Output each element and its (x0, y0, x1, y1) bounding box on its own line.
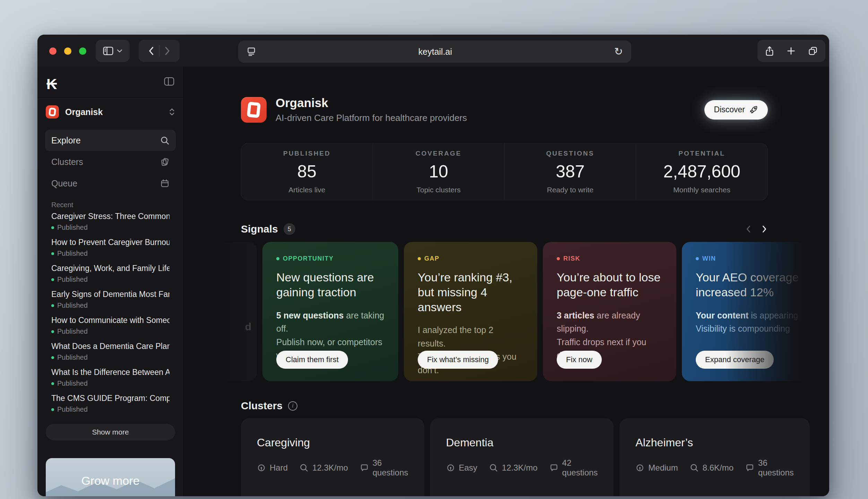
info-icon[interactable]: i (288, 401, 297, 411)
recent-label: Recent (37, 201, 183, 209)
status-text: Published (57, 379, 88, 387)
published-dot (51, 330, 54, 333)
difficulty-text: Medium (648, 463, 678, 473)
signal-title: Your AEO coverageincreased 12% (696, 270, 805, 300)
sidebar-item-queue[interactable]: Queue (45, 173, 176, 194)
back-button[interactable] (147, 46, 156, 56)
history-nav-group (139, 40, 180, 62)
signal-title: You’re ranking #3,but missing 4 answers (418, 270, 523, 314)
url-text[interactable]: keytail.ai (256, 47, 614, 57)
sidebar-item-label: Explore (51, 135, 81, 146)
show-more-button[interactable]: Show more (46, 424, 175, 440)
calendar-icon (160, 179, 170, 188)
clusters-header: Clusters i (241, 399, 768, 413)
recent-item[interactable]: How to Prevent Caregiver Burnout... Publ… (37, 238, 183, 264)
tag-dot (557, 257, 560, 260)
forward-button[interactable] (163, 46, 171, 56)
published-dot (51, 226, 54, 229)
recent-item[interactable]: The CMS GUIDE Program: Compre... Publish… (37, 394, 183, 420)
status-text: Published (57, 275, 88, 283)
signals-header: Signals 5 (241, 222, 768, 236)
grow-more-title: Grow more (46, 474, 175, 488)
tag-dot (276, 257, 279, 260)
stats-card: PUBLISHED 85 Articles live COVERAGE 10 T… (241, 143, 768, 200)
recent-item[interactable]: How to Communicate with Someon... Publis… (37, 316, 183, 342)
signal-action-button[interactable]: Claim them first (276, 351, 348, 369)
rocket-icon (749, 105, 758, 114)
sidebar: ₭ Organisk (37, 67, 184, 496)
new-tab-icon[interactable] (786, 46, 796, 56)
cluster-card-alzheimers[interactable]: Alzheimer’s Medium (619, 418, 809, 496)
volume-text: 8.6K/mo (703, 463, 734, 473)
workspace-selector[interactable]: Organisk (37, 99, 183, 125)
sidebar-nav: Explore Clusters (37, 125, 183, 194)
stat-coverage: COVERAGE 10 Topic clusters (373, 143, 504, 200)
reload-icon[interactable]: ↻ (614, 46, 623, 57)
status-text: Published (57, 353, 88, 361)
recent-item[interactable]: What Is the Difference Between Alz... Pu… (37, 368, 183, 394)
published-dot (51, 408, 54, 411)
signal-title: You’re about to losepage-one traffic (557, 270, 662, 300)
clusters-row: Caregiving Hard 12. (241, 418, 768, 496)
discover-button[interactable]: Discover (704, 100, 768, 120)
grow-more-card[interactable]: Grow more (46, 458, 175, 496)
recent-list: Caregiver Stress: Three Common S... Publ… (37, 212, 183, 420)
share-icon[interactable] (765, 46, 774, 56)
close-button[interactable] (49, 47, 57, 55)
recent-item[interactable]: What Does a Dementia Care Plan A... Publ… (37, 342, 183, 368)
stat-questions: QUESTIONS 387 Ready to write (504, 143, 636, 200)
volume-text: 12.3K/mo (312, 463, 348, 473)
signal-action-button[interactable]: Expand coverage (696, 351, 774, 369)
browser-toolbar: keytail.ai ↻ (37, 35, 829, 67)
tabs-overview-icon[interactable] (808, 46, 818, 56)
sidebar-item-clusters[interactable]: Clusters (45, 151, 176, 173)
carousel-next-icon[interactable] (761, 225, 768, 233)
sidebar-item-explore[interactable]: Explore (45, 130, 176, 151)
carousel-prev-icon[interactable] (745, 225, 752, 233)
collapse-sidebar-icon[interactable] (164, 77, 174, 86)
stat-potential: POTENTIAL 2,487,600 Monthly searches (636, 143, 767, 200)
sidebar-toggle-button[interactable] (96, 40, 130, 62)
status-text: Published (57, 327, 88, 335)
divider (159, 45, 159, 57)
questions-text: 36 questions (758, 458, 794, 478)
status-text: Published (57, 250, 88, 257)
clusters-title: Clusters (241, 400, 283, 412)
search-volume-icon (300, 463, 309, 472)
tag-dot (418, 257, 421, 260)
main-content: Organisk AI-driven Care Platform for hea… (184, 67, 829, 496)
signal-card-partial[interactable]: d (221, 242, 257, 381)
zoom-button[interactable] (79, 47, 86, 55)
page-settings-icon[interactable] (246, 47, 256, 56)
recent-item[interactable]: Early Signs of Dementia Most Famil... Pu… (37, 290, 183, 316)
signals-carousel: d OPPORTUNITY New questions aregaining t… (241, 242, 829, 381)
signal-action-button[interactable]: Fix what’s missing (418, 351, 498, 369)
difficulty-text: Hard (270, 463, 288, 473)
toolbar-right-group (757, 40, 825, 62)
signal-tag: WIN (702, 255, 716, 262)
minimize-button[interactable] (64, 47, 71, 55)
questions-bubble-icon (360, 463, 369, 472)
status-text: Published (57, 405, 88, 413)
recent-item[interactable]: Caregiving, Work, and Family Life: F... … (37, 264, 183, 290)
address-bar[interactable]: keytail.ai ↻ (238, 41, 631, 63)
signal-tag: GAP (424, 255, 440, 262)
signal-card-risk: RISK You’re about to losepage-one traffi… (543, 242, 676, 381)
signal-card-win: WIN Your AEO coverageincreased 12% Your … (682, 242, 819, 381)
difficulty-gauge-icon (446, 463, 455, 472)
search-volume-icon (690, 463, 699, 472)
recent-item[interactable]: Caregiver Stress: Three Common S... Publ… (37, 212, 183, 238)
published-dot (51, 356, 54, 359)
questions-text: 42 questions (562, 458, 598, 478)
browser-window: keytail.ai ↻ (37, 35, 829, 496)
difficulty-gauge-icon (635, 463, 644, 472)
signal-body: Your content is appearing Visibility is … (696, 309, 805, 335)
cluster-card-dementia[interactable]: Dementia Easy 12.3K (430, 418, 614, 496)
sidebar-item-label: Clusters (51, 157, 83, 167)
questions-text: 36 questions (373, 458, 408, 478)
cluster-card-caregiving[interactable]: Caregiving Hard 12. (241, 418, 424, 496)
difficulty-gauge-icon (257, 463, 266, 472)
signal-action-button[interactable]: Fix now (557, 351, 602, 369)
difficulty-text: Easy (459, 463, 477, 473)
search-icon (160, 136, 170, 145)
